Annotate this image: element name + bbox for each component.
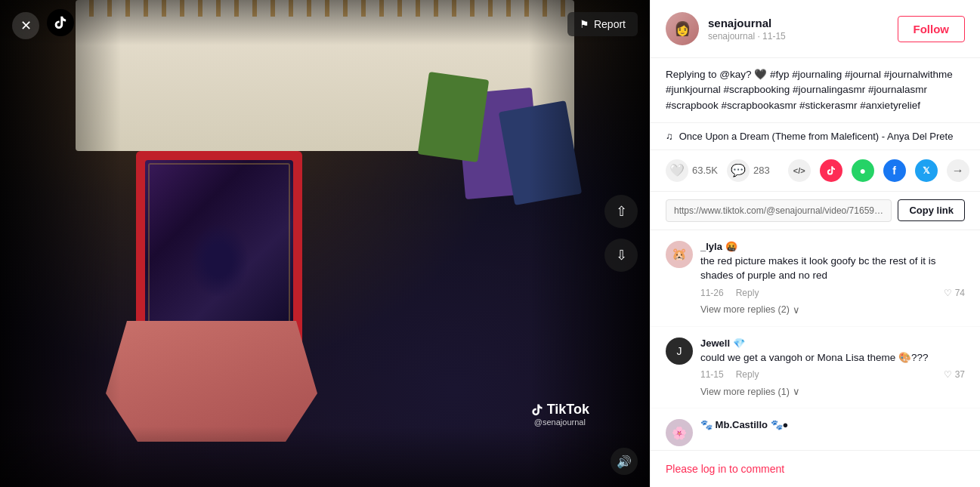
tiktok-icon [47, 9, 74, 36]
comment-author: _lyla 🤬 [700, 241, 965, 252]
login-prompt[interactable]: Please log in to comment [666, 463, 965, 475]
view-replies-button[interactable]: View more replies (1) ∨ [700, 386, 965, 397]
user-avatar: 👩 [666, 12, 699, 45]
sound-button[interactable]: 🔊 [611, 448, 638, 475]
comment-item-partial: 🌸 🐾 Mb.Castillo 🐾● [651, 408, 980, 449]
comment-like[interactable]: ♡ 74 [944, 288, 965, 298]
comment-item: J Jewell 💎 could we get a vangoh or Mona… [651, 327, 980, 409]
tiktok-watermark: TikTok @senajournal [530, 402, 589, 427]
watermark-text: TikTok [547, 402, 589, 418]
user-info: senajournal senajournal · 11-15 [708, 17, 889, 42]
comment-date: 11-26 [700, 288, 724, 298]
comment-action[interactable]: 💬 283 [727, 159, 770, 182]
comment-username: _lyla 🤬 [700, 241, 737, 252]
comment-count: 283 [753, 165, 770, 176]
nav-down-button[interactable]: ⇩ [604, 239, 638, 272]
facebook-icon: f [883, 159, 906, 182]
chevron-down-icon: ∨ [793, 304, 800, 316]
like-icon: 🤍 [666, 159, 688, 182]
comment-body-partial: 🐾 Mb.Castillo 🐾● [700, 419, 965, 446]
blur-top [0, 0, 650, 45]
right-panel: 👩 senajournal senajournal · 11-15 Follow… [650, 0, 980, 487]
close-button[interactable]: ✕ [12, 12, 39, 39]
share-icon: → [947, 159, 969, 182]
comment-avatar: 🐹 [666, 241, 693, 268]
view-replies-text: View more replies (1) [700, 387, 790, 397]
like-action[interactable]: 🤍 63.5K [666, 159, 718, 182]
view-replies-text: View more replies (2) [700, 304, 790, 315]
comment-meta: 11-26 Reply ♡ 74 [700, 288, 965, 298]
watermark-handle: @senajournal [530, 418, 589, 427]
reply-button[interactable]: Reply [736, 288, 759, 298]
music-note-icon: ♫ [666, 131, 673, 142]
blur-left [0, 0, 121, 487]
embed-icon: </> [788, 159, 811, 182]
red-share-action[interactable] [820, 159, 842, 182]
user-meta: senajournal · 11-15 [708, 31, 889, 42]
chevron-down-icon: ∨ [793, 386, 800, 397]
comment-like[interactable]: ♡ 37 [944, 369, 965, 380]
tiktok-logo[interactable] [47, 9, 74, 36]
embed-action[interactable]: </> [788, 159, 811, 182]
comment-avatar: 🌸 [666, 419, 693, 446]
comment-text: the red picture makes it look goofy bc t… [700, 254, 965, 283]
link-row: https://www.tiktok.com/@senajournal/vide… [651, 192, 980, 230]
blur-bottom [0, 427, 650, 487]
flag-icon: ⚑ [580, 18, 589, 30]
comment-body: Jewell 💎 could we get a vangoh or Mona L… [700, 338, 965, 398]
comment-avatar: J [666, 338, 693, 365]
copy-link-button[interactable]: Copy link [898, 199, 965, 221]
like-count: 63.5K [692, 165, 718, 176]
comment-date: 11-15 [700, 369, 724, 380]
login-bar: Please log in to comment [651, 450, 980, 487]
comment-username-partial: 🐾 Mb.Castillo 🐾● [700, 419, 788, 430]
comments-area[interactable]: 🐹 _lyla 🤬 the red picture makes it look … [651, 230, 980, 450]
heart-icon: ♡ [944, 369, 952, 380]
description: Replying to @kay? 🖤 #fyp #journaling #jo… [651, 58, 980, 123]
description-text: Replying to @kay? 🖤 #fyp #journaling #jo… [666, 69, 953, 111]
comment-author: Jewell 💎 [700, 338, 965, 349]
like-count: 74 [955, 288, 965, 298]
reply-button[interactable]: Reply [736, 369, 759, 380]
actions-row: 🤍 63.5K 💬 283 </> ● f 𝕏 → [651, 150, 980, 192]
like-count: 37 [955, 369, 965, 380]
twitter-share-action[interactable]: 𝕏 [915, 159, 938, 182]
whatsapp-icon: ● [852, 159, 874, 182]
more-share-action[interactable]: → [947, 159, 969, 182]
music-row[interactable]: ♫ Once Upon a Dream (Theme from Malefice… [651, 123, 980, 150]
sound-icon: 🔊 [617, 455, 632, 469]
avatar-image: 👩 [674, 20, 691, 37]
comment-item: 🐹 _lyla 🤬 the red picture makes it look … [651, 230, 980, 327]
chevron-up-icon: ⇧ [616, 203, 627, 220]
link-display: https://www.tiktok.com/@senajournal/vide… [666, 199, 892, 222]
report-label: Report [594, 18, 626, 30]
follow-button[interactable]: Follow [898, 16, 966, 42]
video-panel: ✕ ⚑ Report ⇧ ⇩ 🔊 TikTok @senajournal [0, 0, 650, 487]
music-title: Once Upon a Dream (Theme from Maleficent… [679, 131, 954, 142]
comment-author-partial: 🐾 Mb.Castillo 🐾● [700, 419, 965, 430]
view-replies-button[interactable]: View more replies (2) ∨ [700, 304, 965, 316]
username[interactable]: senajournal [708, 17, 889, 29]
twitter-icon: 𝕏 [915, 159, 938, 182]
comment-header: 👩 senajournal senajournal · 11-15 Follow [651, 0, 980, 58]
comment-icon: 💬 [727, 159, 750, 182]
comment-username: Jewell 💎 [700, 338, 745, 349]
hand [106, 321, 317, 442]
facebook-share-action[interactable]: f [883, 159, 906, 182]
nav-up-button[interactable]: ⇧ [604, 195, 638, 228]
comment-meta: 11-15 Reply ♡ 37 [700, 369, 965, 380]
whatsapp-share-action[interactable]: ● [852, 159, 874, 182]
report-button[interactable]: ⚑ Report [567, 12, 638, 36]
chevron-down-icon: ⇩ [616, 247, 627, 264]
comment-body: _lyla 🤬 the red picture makes it look go… [700, 241, 965, 316]
comment-text: could we get a vangoh or Mona Lisa theme… [700, 351, 965, 365]
green-card [418, 72, 490, 162]
heart-icon: ♡ [944, 288, 952, 298]
watermark-logo: TikTok [530, 402, 589, 418]
tiktok-share-icon [820, 159, 842, 182]
